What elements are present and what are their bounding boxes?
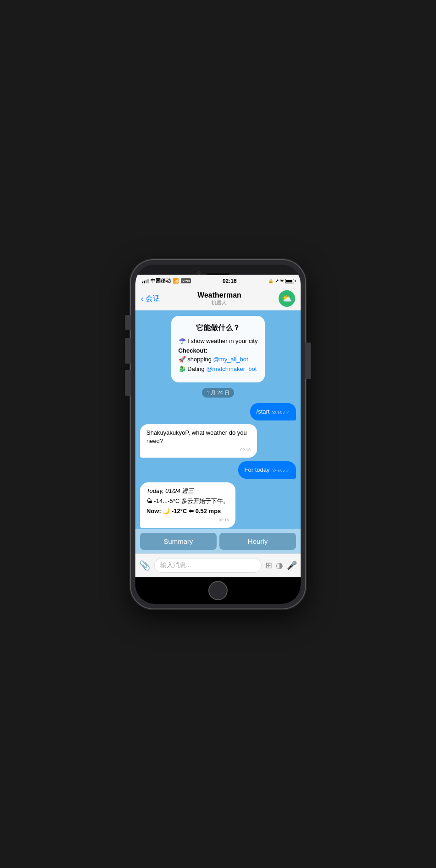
volume-up-button <box>125 338 131 364</box>
summary-button[interactable]: Summary <box>140 533 217 550</box>
message-input-field[interactable]: 输入消息... <box>154 558 262 573</box>
status-left: 中国移动 📶 VPN <box>142 277 191 284</box>
location-icon: ↗ <box>275 278 279 283</box>
bot-avatar[interactable]: ⛅ <box>279 290 295 307</box>
back-label: 会话 <box>145 294 160 304</box>
dating-text: Dating <box>187 365 206 372</box>
home-area <box>135 577 301 604</box>
umbrella-icon: ☂️ <box>179 337 186 344</box>
bot-avatar-icon: ⛅ <box>282 293 292 304</box>
mic-icon[interactable]: 🎤 <box>287 560 297 570</box>
phone-screen: 中国移动 📶 VPN 02:16 🔒 ↗ ✳ <box>135 265 301 604</box>
intro-bubble: 它能做什么？ ☂️ I show weather in your city Ch… <box>171 316 265 382</box>
signal-bar-1 <box>142 282 143 283</box>
status-right: 🔒 ↗ ✳ <box>268 278 294 283</box>
power-button <box>305 343 311 379</box>
user-today-text: For today <box>245 466 270 474</box>
signal-bar-3 <box>145 280 147 283</box>
ali-bot-link[interactable]: @my_ali_bot <box>213 356 248 363</box>
intro-weather-text: I show weather in your city <box>187 337 257 344</box>
nav-title-block: Weatherman 机器人 <box>197 291 241 306</box>
sticker-icon[interactable]: ⊞ <box>265 560 272 570</box>
now-temp: -12°C <box>172 508 187 514</box>
intro-line-weather: ☂️ I show weather in your city <box>179 337 258 344</box>
intro-shopping-line: 🚀 shopping @my_ali_bot <box>179 356 258 363</box>
status-bar: 中国移动 📶 VPN 02:16 🔒 ↗ ✳ <box>135 275 301 287</box>
intro-title: 它能做什么？ <box>179 323 258 333</box>
shopping-text: shopping <box>187 356 213 363</box>
date-badge: 1 月 24 日 <box>202 388 234 398</box>
bot-message-weather-question: ShakuyakukyoP, what weather do you need?… <box>140 424 257 458</box>
start-time-text: 02:16 <box>271 410 282 416</box>
phone-frame: 中国移动 📶 VPN 02:16 🔒 ↗ ✳ <box>131 260 305 608</box>
mute-button <box>125 315 131 330</box>
bot-weather-question-text: ShakuyakukyoP, what weather do you need? <box>146 429 247 444</box>
back-button[interactable]: ‹ 会话 <box>141 294 160 304</box>
earpiece-speaker <box>207 273 229 275</box>
attach-icon[interactable]: 📎 <box>139 560 151 571</box>
intro-dating-line: 🐉 Dating @matchmaker_bot <box>179 365 258 372</box>
user-start-text: /start <box>257 408 270 416</box>
screen-content: 中国移动 📶 VPN 02:16 🔒 ↗ ✳ <box>135 275 301 577</box>
today-checkmarks: ✓✓ <box>282 468 290 474</box>
chat-buttons-row: Summary Hourly <box>135 529 301 553</box>
today-time-text: 02:16 <box>271 468 282 474</box>
weather-info-bubble: Today, 01/24 週三 🌤 -14...-5°C 多云开始于下午。 No… <box>140 482 235 528</box>
back-chevron-icon: ‹ <box>141 294 144 304</box>
bluetooth-icon: ✳ <box>280 278 284 283</box>
nav-subtitle: 机器人 <box>197 299 241 306</box>
hourly-button[interactable]: Hourly <box>219 533 296 550</box>
start-checkmarks: ✓✓ <box>282 410 290 416</box>
input-placeholder: 输入消息... <box>160 561 191 569</box>
weather-bubble-time: 02:16 <box>146 517 229 523</box>
nav-header: ‹ 会话 Weatherman 机器人 ⛅ <box>135 287 301 310</box>
battery-body <box>285 279 294 283</box>
wifi-icon: 📶 <box>173 278 179 284</box>
status-time: 02:16 <box>223 278 237 284</box>
matchmaker-bot-link[interactable]: @matchmaker_bot <box>206 365 257 372</box>
lock-icon: 🔒 <box>268 278 274 283</box>
chat-area: 它能做什么？ ☂️ I show weather in your city Ch… <box>135 310 301 529</box>
signal-bar-2 <box>144 281 145 283</box>
signal-bar-4 <box>147 279 149 283</box>
moon-icon: 🌙 <box>162 508 170 514</box>
now-wind: 0.52 mps <box>196 508 221 514</box>
weather-temp-line: 🌤 -14...-5°C 多云开始于下午。 <box>146 497 229 505</box>
volume-down-button <box>125 370 131 396</box>
top-hardware-bar <box>135 265 301 275</box>
carrier-label: 中国移动 <box>151 277 171 284</box>
user-today-time: 02:16 ✓✓ <box>271 468 290 474</box>
dragon-icon: 🐉 <box>179 365 186 372</box>
nav-title: Weatherman <box>197 291 241 299</box>
weather-now-line: Now: 🌙 -12°C ⬅ 0.52 mps <box>146 507 229 515</box>
battery-icon <box>285 279 294 283</box>
input-bar: 📎 输入消息... ⊞ ◑ 🎤 <box>135 553 301 577</box>
user-message-for-today: For today 02:16 ✓✓ <box>238 461 296 479</box>
checkout-label: Checkout: <box>179 347 258 354</box>
battery-fill <box>286 280 292 282</box>
front-camera <box>197 271 201 275</box>
weather-date-line: Today, 01/24 週三 <box>146 487 229 495</box>
signal-bars <box>142 279 149 283</box>
wind-arrow-icon: ⬅ <box>189 508 194 514</box>
home-button[interactable] <box>208 581 228 600</box>
rocket-icon: 🚀 <box>179 356 186 363</box>
now-label: Now: <box>146 508 161 514</box>
input-icons-group: ⊞ ◑ 🎤 <box>265 560 297 570</box>
bot-weather-question-time: 02:16 <box>146 447 251 453</box>
user-message-start: /start 02:16 ✓✓ <box>250 403 296 420</box>
user-start-time: 02:16 ✓✓ <box>271 410 290 416</box>
emoji-icon[interactable]: ◑ <box>276 560 283 570</box>
vpn-badge: VPN <box>181 278 191 283</box>
